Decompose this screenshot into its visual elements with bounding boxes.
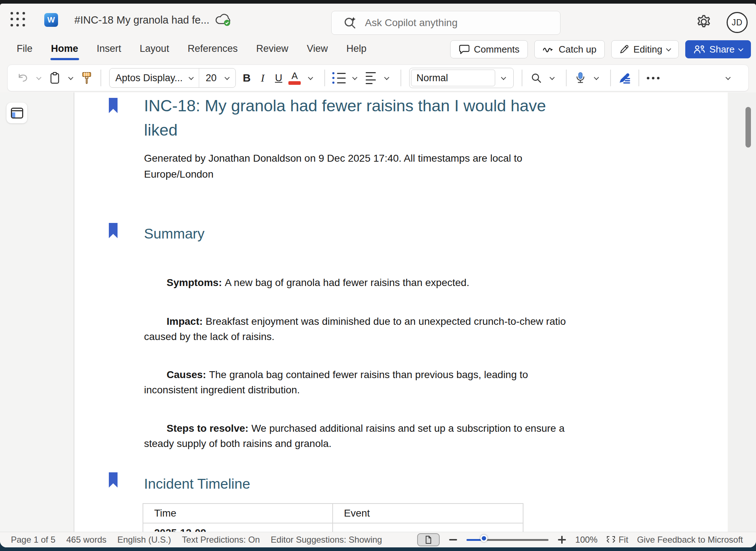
status-word-count[interactable]: 465 words xyxy=(66,535,107,545)
doc-heading-summary[interactable]: Summary xyxy=(144,224,579,244)
bullet-list-icon xyxy=(332,72,346,84)
bookmark-icon[interactable] xyxy=(109,472,118,488)
fit-icon xyxy=(606,535,616,544)
menu-tab-references[interactable]: References xyxy=(187,41,238,57)
undo-menu-chevron[interactable] xyxy=(31,69,47,87)
zoom-out-button[interactable] xyxy=(448,535,458,544)
toolbar-divider xyxy=(522,70,522,86)
table-header-row: Time Event xyxy=(143,504,523,523)
status-left-group: Page 1 of 5 465 words English (U.S.) Tex… xyxy=(0,535,382,545)
underline-button[interactable]: U xyxy=(271,69,287,87)
status-right-group: 100% Fit Give Feedback to Microsoft xyxy=(417,533,756,546)
doc-paragraph-causes[interactable]: Causes:The granola bag contained fewer r… xyxy=(144,352,576,413)
status-page-count[interactable]: Page 1 of 5 xyxy=(11,535,56,545)
dictate-chevron[interactable] xyxy=(588,69,604,87)
undo-button[interactable] xyxy=(15,69,31,87)
status-editor-suggestions[interactable]: Editor Suggestions: Showing xyxy=(271,535,382,545)
zoom-in-button[interactable] xyxy=(557,535,567,544)
zoom-slider[interactable] xyxy=(467,535,548,545)
ribbon-collapse-chevron[interactable] xyxy=(720,69,736,87)
paste-clipboard-button[interactable] xyxy=(47,69,63,87)
zoom-slider-thumb[interactable] xyxy=(480,535,488,542)
bookmark-icon[interactable] xyxy=(109,223,118,238)
incident-timeline-table[interactable]: Time Event 2025-12-09 xyxy=(143,503,523,532)
dictate-microphone-button[interactable] xyxy=(572,69,588,87)
find-chevron[interactable] xyxy=(544,69,560,87)
feedback-link[interactable]: Give Feedback to Microsoft xyxy=(637,535,743,545)
menu-tab-file[interactable]: File xyxy=(16,41,33,57)
word-app-window: W #INC-18 My granola had fe... Ask Copil… xyxy=(0,4,756,547)
copilot-search-input[interactable]: Ask Copilot anything xyxy=(331,11,560,35)
bold-button[interactable]: B xyxy=(239,69,255,87)
menu-tab-view[interactable]: View xyxy=(306,41,329,57)
status-bar: Page 1 of 5 465 words English (U.S.) Tex… xyxy=(0,532,756,547)
menu-tab-layout[interactable]: Layout xyxy=(139,41,170,57)
user-avatar[interactable]: JD xyxy=(727,12,748,33)
pencil-icon xyxy=(620,45,629,54)
find-search-button[interactable] xyxy=(528,69,544,87)
page-view-toggle[interactable] xyxy=(417,533,440,546)
zoom-level-value[interactable]: 100% xyxy=(575,535,597,545)
editor-button[interactable] xyxy=(617,69,633,87)
menu-tab-insert[interactable]: Insert xyxy=(96,41,122,57)
font-color-chevron[interactable] xyxy=(303,69,319,87)
title-bar: W #INC-18 My granola had fe... Ask Copil… xyxy=(0,4,756,35)
navigation-pane-toggle[interactable] xyxy=(7,103,27,123)
styles-dropdown[interactable]: Normal xyxy=(409,68,514,88)
format-painter-icon[interactable] xyxy=(79,69,95,87)
toolbar-divider xyxy=(324,70,325,86)
cloud-saved-icon[interactable] xyxy=(215,13,231,27)
doc-heading-timeline[interactable]: Incident Timeline xyxy=(144,474,579,494)
word-logo-icon[interactable]: W xyxy=(44,13,58,27)
font-name-select[interactable]: Aptos Display... xyxy=(110,72,199,84)
chevron-down-icon xyxy=(666,46,671,51)
line-spacing-chevron[interactable] xyxy=(379,69,395,87)
menu-tab-home[interactable]: Home xyxy=(50,41,79,57)
bullet-list-chevron[interactable] xyxy=(347,69,363,87)
font-color-button[interactable]: A xyxy=(287,69,303,87)
more-options-button[interactable] xyxy=(645,69,661,87)
document-title-label[interactable]: #INC-18 My granola had fe... xyxy=(74,14,209,26)
chevron-down-icon xyxy=(189,75,194,80)
toolbar-divider xyxy=(638,70,639,86)
comments-button[interactable]: Comments xyxy=(450,40,528,58)
font-color-icon: A xyxy=(288,71,301,85)
status-text-predictions[interactable]: Text Predictions: On xyxy=(182,535,260,545)
menu-tab-help[interactable]: Help xyxy=(346,41,367,57)
menu-tab-review[interactable]: Review xyxy=(255,41,289,57)
doc-heading-title[interactable]: INC-18: My granola had fewer raisins tha… xyxy=(144,94,616,142)
doc-generated-line[interactable]: Generated by Jonathan Donaldson on 9 Dec… xyxy=(144,150,576,182)
chevron-down-icon xyxy=(738,46,743,51)
fit-label: Fit xyxy=(619,535,628,545)
line-spacing-button[interactable] xyxy=(363,69,379,87)
table-header-time[interactable]: Time xyxy=(143,504,333,523)
line-spacing-icon xyxy=(366,72,376,84)
table-row: 2025-12-09 xyxy=(143,523,523,532)
chevron-down-icon xyxy=(501,75,506,80)
fit-to-width-button[interactable]: Fit xyxy=(606,535,628,545)
app-launcher-icon[interactable] xyxy=(9,10,27,28)
bullet-list-button[interactable] xyxy=(331,69,347,87)
table-cell-time[interactable]: 2025-12-09 xyxy=(143,523,333,532)
share-button[interactable]: Share xyxy=(685,40,751,58)
font-size-select[interactable]: 20 xyxy=(199,69,235,87)
catch-up-button[interactable]: Catch up xyxy=(534,40,605,58)
font-controls: Aptos Display... 20 xyxy=(109,68,236,88)
vertical-scrollbar-thumb[interactable] xyxy=(745,107,751,148)
table-cell-event[interactable] xyxy=(333,523,523,532)
copilot-icon xyxy=(343,16,357,30)
doc-paragraph-impact[interactable]: Impact:Breakfast enjoyment was diminishe… xyxy=(144,299,576,360)
paste-menu-chevron[interactable] xyxy=(63,69,79,87)
status-language[interactable]: English (U.S.) xyxy=(118,535,171,545)
chevron-down-icon xyxy=(225,75,230,80)
editing-mode-button[interactable]: Editing xyxy=(611,40,679,58)
menu-actions: Comments Catch up Editing xyxy=(450,40,751,58)
avatar-initials: JD xyxy=(732,18,743,28)
settings-gear-icon[interactable] xyxy=(696,14,712,30)
doc-paragraph-steps[interactable]: Steps to resolve:We purchased additional… xyxy=(144,406,576,467)
table-header-event[interactable]: Event xyxy=(333,504,523,523)
bookmark-icon[interactable] xyxy=(109,98,118,113)
toolbar-divider xyxy=(100,70,101,86)
italic-button[interactable]: I xyxy=(255,69,271,87)
page-icon xyxy=(425,535,432,544)
